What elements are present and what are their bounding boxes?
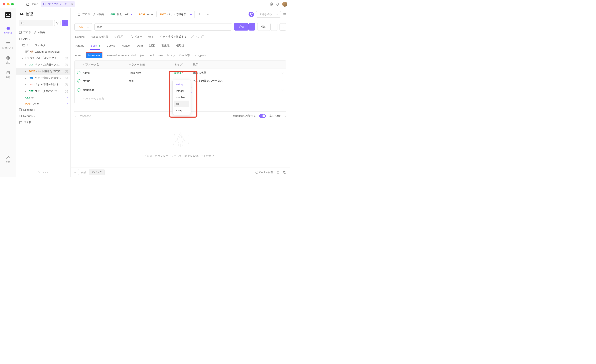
response-status[interactable]: 成功 (201) [269, 114, 281, 118]
code-icon[interactable] [196, 35, 200, 38]
rail-item-share[interactable]: 共有 [0, 69, 16, 80]
search-input[interactable] [19, 20, 53, 26]
dropdown-option-array[interactable]: array [174, 107, 189, 113]
checkbox[interactable]: ✓ [77, 88, 80, 92]
tab-current[interactable]: POST ペット情報を作... [156, 11, 195, 18]
body-type-form-data[interactable]: form-data [86, 52, 103, 58]
minimize-window-button[interactable] [7, 3, 10, 5]
param-tab-params[interactable]: Params [74, 42, 85, 50]
param-desc[interactable]: ペットの販売ステータス [193, 79, 277, 83]
send-caret-button[interactable]: ⌄ [249, 23, 255, 30]
home-button[interactable]: Home [26, 2, 38, 6]
rail-item-autotest[interactable]: 自動テスト [0, 40, 16, 51]
tree-item-api[interactable]: ▸ POST ペット情報を作成す... (1) [16, 68, 70, 74]
param-name[interactable]: status [83, 79, 129, 82]
add-tab-button[interactable]: + [195, 10, 204, 18]
param-tab-settings[interactable]: 設定 [149, 42, 155, 50]
param-tab-header[interactable]: Header [121, 42, 131, 50]
tree-item-root-folder[interactable]: ルートフォルダー [16, 42, 70, 49]
body-type-none[interactable]: none [75, 54, 81, 57]
doc-tab-preview[interactable]: プレビュー [128, 33, 143, 40]
tab-echo[interactable]: POST echo [136, 11, 156, 17]
verify-toggle[interactable] [259, 114, 266, 118]
link-icon[interactable] [191, 35, 194, 38]
param-desc[interactable]: 宠物の名前 [193, 71, 277, 74]
url-input[interactable]: /pet [94, 23, 232, 30]
tree-item-request[interactable]: Request ▸ [16, 113, 70, 119]
body-type-graphql[interactable]: GraphQL [179, 54, 190, 57]
env-select[interactable]: 環境を選択 ⌄ [256, 11, 281, 18]
help-icon[interactable] [283, 171, 286, 174]
close-window-button[interactable] [3, 3, 5, 5]
param-name[interactable]: fileupload [83, 88, 129, 91]
project-tab[interactable]: マイプロジェクト × [41, 1, 75, 7]
mode-tab-design[interactable]: 設計 [78, 169, 89, 175]
tree-item-trash[interactable]: ゴミ箱 [16, 119, 70, 126]
param-value[interactable]: Hello Kitty [129, 71, 174, 74]
dropdown-option-number[interactable]: number [174, 94, 189, 101]
body-type-xml[interactable]: xml [150, 54, 154, 57]
doc-tab-request[interactable]: Request [74, 34, 86, 40]
refresh-button[interactable] [249, 12, 254, 17]
send-button[interactable]: 送信 [234, 23, 249, 30]
dropdown-option-string[interactable]: string [174, 81, 189, 88]
doc-tab-response-def[interactable]: Response定義 [90, 33, 109, 40]
tree-item-api[interactable]: ▸ DEL ペット情報を削除す... (2) [16, 81, 70, 88]
save-button[interactable]: 保存 [257, 23, 271, 31]
tree-item-api[interactable]: ▸ PUT ペット情報を更新す... (2) [16, 74, 70, 81]
doc-tab-api-desc[interactable]: API説明 [113, 33, 124, 40]
param-tab-cookie[interactable]: Cookie [106, 42, 115, 50]
delete-row-button[interactable]: ⊖ [277, 88, 284, 91]
param-name[interactable]: name [83, 71, 129, 74]
dropdown-option-file[interactable]: file [174, 101, 189, 107]
collapse-icon[interactable]: « [74, 171, 76, 174]
maximize-window-button[interactable] [11, 3, 14, 5]
tree-item-tb[interactable]: GET tb [16, 95, 70, 101]
param-type[interactable]: string* [174, 71, 193, 74]
bell-icon[interactable] [276, 2, 279, 6]
shirt-icon[interactable] [276, 171, 280, 174]
tab-overview[interactable]: プロジェクト概要 [74, 11, 107, 18]
tree-item-walk[interactable]: M 🐶 Walk through Apidog [16, 49, 70, 55]
checkbox[interactable]: ✓ [77, 79, 80, 82]
menu-icon[interactable] [283, 13, 286, 16]
tree-item-schema[interactable]: Schema ▸ [16, 107, 70, 113]
filter-button[interactable] [54, 20, 60, 26]
checkbox[interactable]: ✓ [77, 71, 80, 74]
body-type-raw[interactable]: raw [159, 54, 163, 57]
body-type-json[interactable]: json [140, 54, 145, 57]
settings-icon[interactable] [270, 2, 273, 6]
param-tab-body[interactable]: Body 3 [90, 42, 101, 50]
method-select[interactable]: POST ⌄ [74, 23, 92, 30]
refresh-small-icon[interactable] [201, 35, 204, 38]
rail-item-settings[interactable]: 設定 [0, 54, 16, 66]
tree-item-overview[interactable]: プロジェクト概要 [16, 29, 70, 36]
add-button[interactable]: + [62, 20, 68, 26]
avatar[interactable] [282, 2, 287, 7]
chevron-down-icon[interactable]: ⌄ [74, 114, 77, 118]
tree-item-api-section[interactable]: API ▾ [16, 36, 70, 42]
body-type-msgpack[interactable]: msgpack [195, 54, 206, 57]
doc-tab-mock[interactable]: Mock [147, 34, 155, 40]
param-value[interactable]: sold [129, 79, 174, 82]
param-tab-pre[interactable]: 前処理 [161, 42, 170, 50]
tree-item-sample-project[interactable]: ▾ サンプルプロジェクト (5) [16, 55, 70, 61]
more-button[interactable]: ··· [280, 23, 286, 30]
tab-more-button[interactable]: ··· [204, 11, 212, 17]
rail-item-invite[interactable]: 招待 [0, 154, 16, 165]
save-caret-button[interactable]: ⌄ [271, 23, 277, 31]
close-tab-icon[interactable]: × [71, 2, 73, 6]
param-tab-auth[interactable]: Auth [137, 42, 143, 50]
param-tab-post[interactable]: 後処理 [176, 42, 185, 50]
tree-item-api[interactable]: ▸ GET ペットの詳細をクエ... (4) [16, 61, 70, 68]
dropdown-option-integer[interactable]: integer [174, 88, 189, 94]
tab-new-api[interactable]: GET 新しいAPI [108, 11, 135, 18]
delete-row-button[interactable]: ⊖ [277, 79, 284, 82]
tree-item-echo[interactable]: POST echo [16, 101, 70, 107]
cookie-link[interactable]: Cookie管理 [255, 170, 273, 174]
rail-item-api[interactable]: API管理 [0, 25, 16, 36]
mode-tab-debug[interactable]: デバッグ [89, 169, 104, 175]
body-type-urlencoded[interactable]: x-www-form-urlencoded [107, 54, 136, 57]
chevron-down-icon[interactable]: ⌄ [284, 114, 286, 118]
body-type-binary[interactable]: binary [167, 54, 175, 57]
